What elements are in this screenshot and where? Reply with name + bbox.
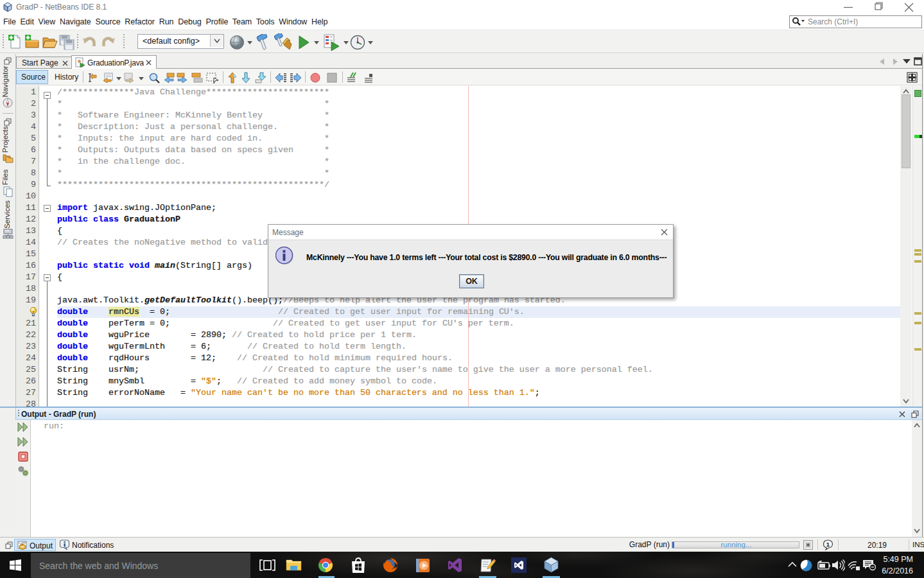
svg-text:1: 1 [826,541,830,548]
